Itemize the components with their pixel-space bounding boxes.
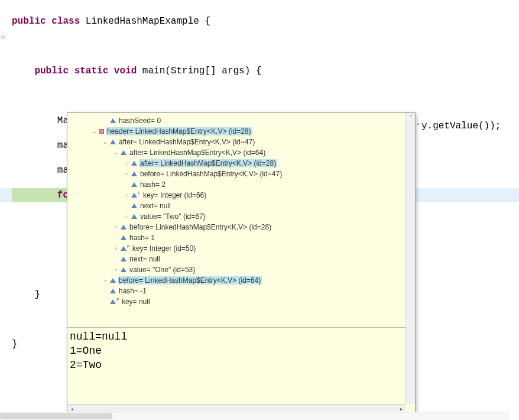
tree-row[interactable]: next= null — [67, 254, 406, 264]
tree-row[interactable]: ⌄after= LinkedHashMap$Entry<K,V> (id=64) — [67, 147, 406, 158]
code-line — [0, 39, 519, 53]
expander-icon[interactable]: › — [123, 171, 130, 177]
tree-row[interactable]: ⌄header= LinkedHashMap$Entry<K,V> (id=28… — [67, 126, 406, 137]
tree-row[interactable]: ›after= LinkedHashMap$Entry<K,V> (id=28) — [67, 158, 406, 169]
field-icon — [131, 193, 137, 198]
expander-icon[interactable]: › — [123, 160, 130, 166]
field-icon — [131, 214, 137, 219]
expander-icon[interactable]: ⌄ — [91, 128, 98, 134]
tree-row[interactable]: ›Fkey= Integer (id=66) — [67, 190, 406, 201]
field-icon — [121, 225, 126, 230]
tree-row[interactable]: hashSeed= 0 — [67, 115, 406, 126]
tree-row[interactable]: ›value= "One" (id=53) — [67, 264, 406, 275]
scroll-up-icon[interactable]: ˄ — [406, 113, 415, 122]
tree-row-label: before= LinkedHashMap$Entry<K,V> (id=28) — [128, 223, 273, 231]
tree-row-label: value= "Two" (id=67) — [139, 212, 207, 221]
field-icon — [121, 235, 126, 240]
field-icon — [121, 150, 126, 155]
collapse-marker-icon[interactable]: ⊖ — [1, 33, 5, 41]
tree-row-label: key= Integer (id=50) — [131, 244, 197, 253]
tree-row-label: hashSeed= 0 — [118, 117, 162, 125]
final-badge-icon: F — [116, 297, 119, 302]
debug-inspect-popup[interactable]: hashSeed= 0⌄header= LinkedHashMap$Entry<… — [67, 112, 416, 414]
field-icon — [131, 161, 137, 166]
field-icon — [110, 140, 116, 144]
tree-row-label: value= "One" (id=53) — [128, 266, 196, 274]
tree-row-label: next= null — [139, 202, 172, 210]
tree-row[interactable]: hash= 2 — [67, 179, 406, 190]
code-line: public static void main(String[] args) { — [0, 64, 519, 78]
expander-icon[interactable]: ⌄ — [102, 139, 109, 145]
tree-row-label: hash= -1 — [118, 287, 148, 295]
object-icon — [99, 129, 104, 134]
tree-row[interactable]: hash= -1 — [67, 286, 406, 296]
code-line — [0, 89, 519, 103]
scrollbar-thumb[interactable] — [0, 413, 112, 419]
editor-gutter: ⊖ — [0, 0, 11, 420]
field-icon — [131, 172, 137, 176]
field-icon — [121, 246, 126, 251]
tree-row-label: next= null — [128, 255, 161, 263]
field-icon — [110, 299, 116, 304]
tree-row[interactable]: ⌄after= LinkedHashMap$Entry<K,V> (id=47) — [67, 137, 406, 147]
field-icon — [131, 182, 137, 187]
tree-row-label: before= LinkedHashMap$Entry<K,V> (id=64) — [118, 276, 262, 285]
tree-row-label: before= LinkedHashMap$Entry<K,V> (id=47) — [139, 170, 283, 178]
output-line: null=null — [70, 329, 403, 344]
expander-icon[interactable]: › — [102, 277, 109, 283]
field-icon — [110, 289, 116, 293]
expander-icon[interactable]: › — [112, 267, 119, 273]
tree-row-label: after= LinkedHashMap$Entry<K,V> (id=64) — [128, 148, 267, 157]
tree-row-label: hash= 1 — [128, 234, 156, 242]
tree-row[interactable]: ›value= "Two" (id=67) — [67, 211, 406, 222]
tree-row[interactable]: ›before= LinkedHashMap$Entry<K,V> (id=47… — [67, 169, 406, 179]
tree-row-label: header= LinkedHashMap$Entry<K,V> (id=28) — [106, 127, 252, 135]
tree-row[interactable]: ›Fkey= Integer (id=50) — [67, 243, 406, 254]
field-icon — [110, 118, 116, 123]
code-line: public class LinkedHashMapExample { — [0, 14, 519, 28]
overflow-caret-icon: ˄ — [417, 123, 420, 130]
tree-row[interactable]: hash= 1 — [67, 232, 406, 243]
final-badge-icon: F — [127, 244, 130, 249]
tree-row[interactable]: ›before= LinkedHashMap$Entry<K,V> (id=28… — [67, 222, 406, 232]
expander-icon[interactable]: › — [123, 192, 130, 198]
expander-icon[interactable]: › — [123, 214, 130, 219]
final-badge-icon: F — [138, 190, 141, 196]
tostring-output: null=null 1=One 2=Two — [70, 329, 403, 372]
expander-icon[interactable]: ⌄ — [112, 150, 119, 156]
output-line: 1=One — [70, 344, 403, 358]
output-line: 2=Two — [70, 358, 403, 372]
popup-divider — [67, 327, 406, 328]
tree-row[interactable]: next= null — [67, 201, 406, 211]
vertical-scrollbar[interactable]: ˄ — [406, 113, 415, 404]
field-icon — [121, 267, 126, 272]
variables-tree[interactable]: hashSeed= 0⌄header= LinkedHashMap$Entry<… — [67, 113, 406, 326]
expander-icon[interactable]: › — [112, 224, 119, 230]
tree-row-label: key= Integer (id=66) — [142, 191, 207, 199]
tree-row[interactable]: ›before= LinkedHashMap$Entry<K,V> (id=64… — [67, 275, 406, 286]
code-fragment: ˄y.getValue()); — [417, 121, 501, 131]
expander-icon[interactable]: › — [112, 245, 119, 251]
tree-row-label: hash= 2 — [139, 180, 167, 189]
field-icon — [110, 278, 116, 283]
field-icon — [131, 203, 137, 208]
tree-row-label: after= LinkedHashMap$Entry<K,V> (id=47) — [118, 138, 256, 146]
tree-row-label: key= null — [121, 298, 151, 306]
tree-row[interactable]: Fkey= null — [67, 296, 406, 307]
editor-horizontal-scrollbar[interactable] — [0, 412, 510, 420]
field-icon — [121, 257, 126, 261]
tree-row-label: after= LinkedHashMap$Entry<K,V> (id=28) — [139, 159, 277, 167]
